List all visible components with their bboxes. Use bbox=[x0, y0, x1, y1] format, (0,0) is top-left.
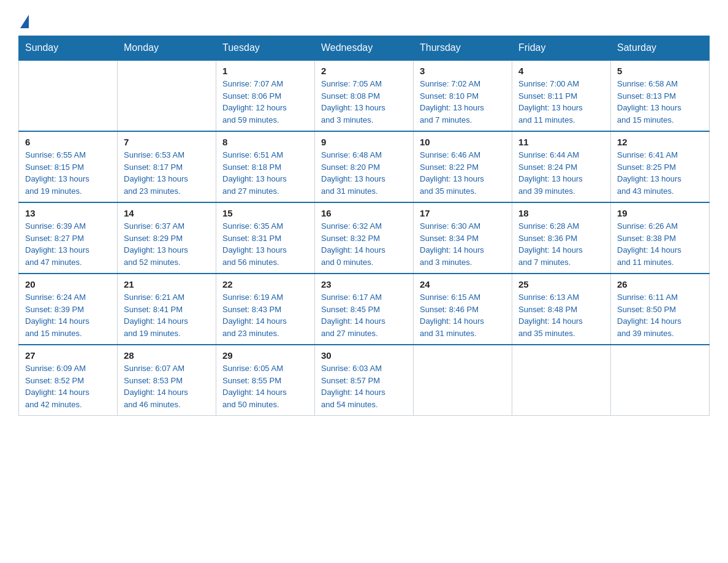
day-info: Sunrise: 6:53 AM Sunset: 8:17 PM Dayligh… bbox=[124, 149, 210, 197]
calendar-day-cell: 16Sunrise: 6:32 AM Sunset: 8:32 PM Dayli… bbox=[315, 202, 414, 274]
calendar-day-cell: 10Sunrise: 6:46 AM Sunset: 8:22 PM Dayli… bbox=[414, 131, 512, 202]
day-info: Sunrise: 7:02 AM Sunset: 8:10 PM Dayligh… bbox=[420, 78, 506, 126]
day-number: 3 bbox=[420, 66, 506, 76]
day-of-week-header: Saturday bbox=[611, 36, 710, 61]
day-info: Sunrise: 6:17 AM Sunset: 8:45 PM Dayligh… bbox=[321, 291, 407, 339]
calendar-day-cell: 2Sunrise: 7:05 AM Sunset: 8:08 PM Daylig… bbox=[315, 60, 414, 131]
calendar-day-cell: 6Sunrise: 6:55 AM Sunset: 8:15 PM Daylig… bbox=[19, 131, 118, 202]
calendar-day-cell: 29Sunrise: 6:05 AM Sunset: 8:55 PM Dayli… bbox=[216, 345, 315, 416]
day-of-week-header: Tuesday bbox=[216, 36, 315, 61]
calendar-day-cell: 28Sunrise: 6:07 AM Sunset: 8:53 PM Dayli… bbox=[118, 345, 216, 416]
day-info: Sunrise: 6:11 AM Sunset: 8:50 PM Dayligh… bbox=[617, 291, 703, 339]
day-number: 29 bbox=[222, 350, 308, 361]
calendar-day-cell: 25Sunrise: 6:13 AM Sunset: 8:48 PM Dayli… bbox=[512, 274, 611, 345]
day-number: 11 bbox=[518, 137, 604, 147]
day-number: 28 bbox=[124, 350, 210, 361]
calendar-day-cell: 5Sunrise: 6:58 AM Sunset: 8:13 PM Daylig… bbox=[611, 60, 710, 131]
day-info: Sunrise: 6:41 AM Sunset: 8:25 PM Dayligh… bbox=[617, 149, 703, 197]
day-info: Sunrise: 7:05 AM Sunset: 8:08 PM Dayligh… bbox=[321, 78, 407, 126]
calendar-header-row: SundayMondayTuesdayWednesdayThursdayFrid… bbox=[19, 36, 710, 61]
day-info: Sunrise: 6:19 AM Sunset: 8:43 PM Dayligh… bbox=[222, 291, 308, 339]
day-number: 14 bbox=[124, 208, 210, 218]
day-info: Sunrise: 6:55 AM Sunset: 8:15 PM Dayligh… bbox=[25, 149, 111, 197]
calendar-day-cell: 17Sunrise: 6:30 AM Sunset: 8:34 PM Dayli… bbox=[414, 202, 512, 274]
day-number: 10 bbox=[420, 137, 506, 147]
calendar-day-cell: 4Sunrise: 7:00 AM Sunset: 8:11 PM Daylig… bbox=[512, 60, 611, 131]
day-number: 13 bbox=[25, 208, 111, 218]
calendar-day-cell bbox=[19, 60, 118, 131]
day-number: 25 bbox=[518, 279, 604, 289]
day-number: 15 bbox=[222, 208, 308, 218]
calendar-day-cell: 15Sunrise: 6:35 AM Sunset: 8:31 PM Dayli… bbox=[216, 202, 315, 274]
day-info: Sunrise: 6:58 AM Sunset: 8:13 PM Dayligh… bbox=[617, 78, 703, 126]
day-number: 17 bbox=[420, 208, 506, 218]
day-info: Sunrise: 7:07 AM Sunset: 8:06 PM Dayligh… bbox=[222, 78, 308, 126]
logo bbox=[18, 12, 29, 25]
calendar-week-row: 27Sunrise: 6:09 AM Sunset: 8:52 PM Dayli… bbox=[19, 345, 710, 416]
day-number: 23 bbox=[321, 279, 407, 289]
calendar-day-cell: 12Sunrise: 6:41 AM Sunset: 8:25 PM Dayli… bbox=[611, 131, 710, 202]
day-info: Sunrise: 6:46 AM Sunset: 8:22 PM Dayligh… bbox=[420, 149, 506, 197]
calendar-day-cell: 24Sunrise: 6:15 AM Sunset: 8:46 PM Dayli… bbox=[414, 274, 512, 345]
day-of-week-header: Monday bbox=[118, 36, 216, 61]
day-info: Sunrise: 6:03 AM Sunset: 8:57 PM Dayligh… bbox=[321, 362, 407, 410]
page-header bbox=[18, 12, 710, 25]
calendar-day-cell: 27Sunrise: 6:09 AM Sunset: 8:52 PM Dayli… bbox=[19, 345, 118, 416]
calendar-day-cell: 21Sunrise: 6:21 AM Sunset: 8:41 PM Dayli… bbox=[118, 274, 216, 345]
day-info: Sunrise: 6:39 AM Sunset: 8:27 PM Dayligh… bbox=[25, 220, 111, 268]
day-of-week-header: Wednesday bbox=[315, 36, 414, 61]
day-number: 24 bbox=[420, 279, 506, 289]
day-number: 19 bbox=[617, 208, 703, 218]
day-info: Sunrise: 6:28 AM Sunset: 8:36 PM Dayligh… bbox=[518, 220, 604, 268]
calendar-day-cell: 30Sunrise: 6:03 AM Sunset: 8:57 PM Dayli… bbox=[315, 345, 414, 416]
day-info: Sunrise: 6:44 AM Sunset: 8:24 PM Dayligh… bbox=[518, 149, 604, 197]
day-of-week-header: Friday bbox=[512, 36, 611, 61]
day-number: 12 bbox=[617, 137, 703, 147]
calendar-day-cell: 9Sunrise: 6:48 AM Sunset: 8:20 PM Daylig… bbox=[315, 131, 414, 202]
day-info: Sunrise: 6:37 AM Sunset: 8:29 PM Dayligh… bbox=[124, 220, 210, 268]
calendar-week-row: 1Sunrise: 7:07 AM Sunset: 8:06 PM Daylig… bbox=[19, 60, 710, 131]
calendar-day-cell: 1Sunrise: 7:07 AM Sunset: 8:06 PM Daylig… bbox=[216, 60, 315, 131]
calendar-week-row: 20Sunrise: 6:24 AM Sunset: 8:39 PM Dayli… bbox=[19, 274, 710, 345]
day-number: 26 bbox=[617, 279, 703, 289]
calendar-day-cell: 23Sunrise: 6:17 AM Sunset: 8:45 PM Dayli… bbox=[315, 274, 414, 345]
day-number: 2 bbox=[321, 66, 407, 76]
calendar-day-cell: 13Sunrise: 6:39 AM Sunset: 8:27 PM Dayli… bbox=[19, 202, 118, 274]
day-number: 16 bbox=[321, 208, 407, 218]
calendar-week-row: 13Sunrise: 6:39 AM Sunset: 8:27 PM Dayli… bbox=[19, 202, 710, 274]
day-info: Sunrise: 6:15 AM Sunset: 8:46 PM Dayligh… bbox=[420, 291, 506, 339]
day-number: 7 bbox=[124, 137, 210, 147]
day-number: 21 bbox=[124, 279, 210, 289]
calendar-week-row: 6Sunrise: 6:55 AM Sunset: 8:15 PM Daylig… bbox=[19, 131, 710, 202]
calendar-day-cell: 11Sunrise: 6:44 AM Sunset: 8:24 PM Dayli… bbox=[512, 131, 611, 202]
day-of-week-header: Thursday bbox=[414, 36, 512, 61]
day-number: 1 bbox=[222, 66, 308, 76]
day-number: 30 bbox=[321, 350, 407, 361]
calendar-day-cell: 20Sunrise: 6:24 AM Sunset: 8:39 PM Dayli… bbox=[19, 274, 118, 345]
day-info: Sunrise: 6:24 AM Sunset: 8:39 PM Dayligh… bbox=[25, 291, 111, 339]
day-number: 5 bbox=[617, 66, 703, 76]
calendar-day-cell bbox=[512, 345, 611, 416]
day-number: 4 bbox=[518, 66, 604, 76]
day-number: 18 bbox=[518, 208, 604, 218]
day-info: Sunrise: 6:32 AM Sunset: 8:32 PM Dayligh… bbox=[321, 220, 407, 268]
day-info: Sunrise: 6:30 AM Sunset: 8:34 PM Dayligh… bbox=[420, 220, 506, 268]
calendar-day-cell bbox=[414, 345, 512, 416]
calendar-day-cell: 8Sunrise: 6:51 AM Sunset: 8:18 PM Daylig… bbox=[216, 131, 315, 202]
calendar-day-cell: 14Sunrise: 6:37 AM Sunset: 8:29 PM Dayli… bbox=[118, 202, 216, 274]
day-number: 6 bbox=[25, 137, 111, 147]
day-number: 27 bbox=[25, 350, 111, 361]
calendar-day-cell: 3Sunrise: 7:02 AM Sunset: 8:10 PM Daylig… bbox=[414, 60, 512, 131]
day-number: 8 bbox=[222, 137, 308, 147]
day-info: Sunrise: 6:05 AM Sunset: 8:55 PM Dayligh… bbox=[222, 362, 308, 410]
day-info: Sunrise: 6:51 AM Sunset: 8:18 PM Dayligh… bbox=[222, 149, 308, 197]
day-number: 22 bbox=[222, 279, 308, 289]
day-of-week-header: Sunday bbox=[19, 36, 118, 61]
day-info: Sunrise: 6:48 AM Sunset: 8:20 PM Dayligh… bbox=[321, 149, 407, 197]
day-number: 20 bbox=[25, 279, 111, 289]
logo-triangle-icon bbox=[20, 15, 29, 28]
calendar-day-cell: 18Sunrise: 6:28 AM Sunset: 8:36 PM Dayli… bbox=[512, 202, 611, 274]
calendar-day-cell bbox=[611, 345, 710, 416]
day-number: 9 bbox=[321, 137, 407, 147]
day-info: Sunrise: 6:26 AM Sunset: 8:38 PM Dayligh… bbox=[617, 220, 703, 268]
